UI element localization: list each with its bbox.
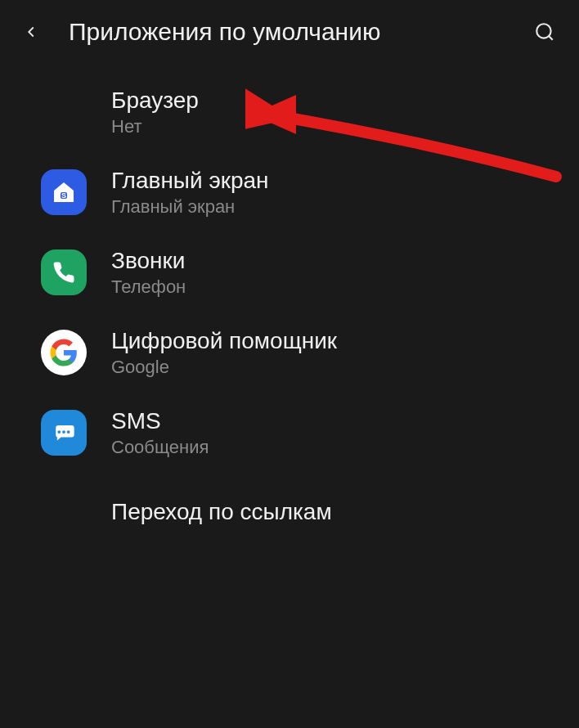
phone-icon [52,260,76,285]
header: Приложения по умолчанию [0,0,579,64]
item-subtitle: Главный экран [111,196,269,218]
svg-point-6 [67,430,70,434]
sms-app-icon [41,410,87,456]
google-app-icon [41,330,87,375]
app-icon-empty [41,89,87,135]
list-item-home[interactable]: S Главный экран Главный экран [0,152,579,232]
item-title: Браузер [111,87,199,115]
item-text: Главный экран Главный экран [111,167,269,218]
google-logo-icon [49,338,79,367]
item-title: Цифровой помощник [111,327,337,355]
list-item-sms[interactable]: SMS Сообщения [0,393,579,473]
page-title: Приложения по умолчанию [69,18,528,46]
item-title: Звонки [111,247,186,275]
list-item-assistant[interactable]: Цифровой помощник Google [0,312,579,393]
item-subtitle: Телефон [111,276,186,298]
phone-app-icon [41,249,87,295]
app-icon-empty [41,490,87,536]
list-item-browser[interactable]: Браузер Нет [0,72,579,152]
search-icon [534,21,555,43]
item-text: Переход по ссылкам [111,498,332,528]
house-icon: S [49,178,79,207]
back-button[interactable] [15,16,47,48]
item-subtitle: Сообщения [111,437,209,458]
home-app-icon: S [41,169,87,215]
item-title: Переход по ссылкам [111,498,332,526]
list-item-links[interactable]: Переход по ссылкам [0,473,579,553]
svg-text:S: S [61,191,66,200]
svg-point-5 [62,430,65,434]
item-title: SMS [111,407,209,435]
list-item-calls[interactable]: Звонки Телефон [0,232,579,312]
item-subtitle: Нет [111,116,199,137]
chevron-left-icon [22,23,40,41]
svg-point-0 [536,24,550,38]
item-title: Главный экран [111,167,269,195]
item-text: Звонки Телефон [111,247,186,298]
message-icon [50,419,78,447]
item-text: Цифровой помощник Google [111,327,337,378]
item-text: SMS Сообщения [111,407,209,458]
search-button[interactable] [528,16,561,48]
svg-line-1 [549,36,553,40]
settings-list: Браузер Нет S Главный экран Главный экра… [0,64,579,553]
svg-point-4 [57,430,61,434]
item-text: Браузер Нет [111,87,199,137]
item-subtitle: Google [111,357,337,378]
